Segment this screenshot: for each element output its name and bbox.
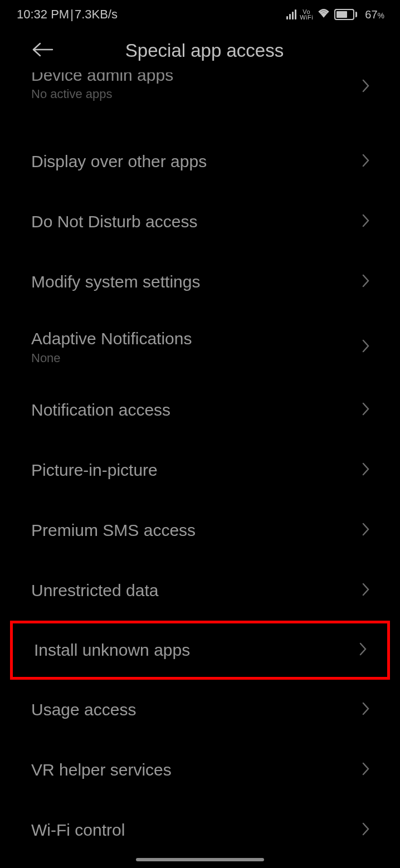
signal-icon xyxy=(286,9,296,19)
chevron-right-icon xyxy=(362,79,370,95)
chevron-right-icon xyxy=(362,339,370,355)
item-title: Premium SMS access xyxy=(31,520,351,540)
vowifi-icon: Vo WiFi xyxy=(300,9,313,20)
status-icons: Vo WiFi xyxy=(286,7,357,22)
chevron-right-icon xyxy=(362,822,370,838)
status-right: Vo WiFi 67% xyxy=(286,7,384,22)
chevron-right-icon xyxy=(362,213,370,230)
item-title: Picture-in-picture xyxy=(31,460,351,480)
list-item-premium-sms-access[interactable]: Premium SMS access xyxy=(0,500,400,560)
item-title: Device admin apps xyxy=(31,72,351,84)
status-netspeed: 7.3KB/s xyxy=(75,7,118,22)
item-title: VR helper services xyxy=(31,760,351,780)
list-item-picture-in-picture[interactable]: Picture-in-picture xyxy=(0,440,400,500)
wifi-icon xyxy=(316,7,331,22)
status-left: 10:32 PM | 7.3KB/s xyxy=(17,7,118,22)
chevron-right-icon xyxy=(362,701,370,718)
battery-icon xyxy=(334,9,357,20)
settings-list: Display over other appsDo Not Disturb ac… xyxy=(0,131,400,860)
item-title: Unrestricted data xyxy=(31,581,351,601)
list-item-display-over-other-apps[interactable]: Display over other apps xyxy=(0,131,400,192)
list-item-device-admin[interactable]: Device admin apps No active apps xyxy=(0,72,400,101)
status-time: 10:32 PM xyxy=(17,7,69,22)
chevron-right-icon xyxy=(362,462,370,479)
item-title: Modify system settings xyxy=(31,272,351,292)
page-title: Special app access xyxy=(37,40,372,61)
chevron-right-icon xyxy=(362,274,370,290)
item-title: Display over other apps xyxy=(31,152,351,172)
list-item-install-unknown-apps[interactable]: Install unknown apps xyxy=(13,623,387,677)
app-header: Special app access xyxy=(0,27,400,72)
item-title: Wi-Fi control xyxy=(31,820,351,840)
battery-percent: 67% xyxy=(365,8,384,21)
item-title: Install unknown apps xyxy=(34,640,348,660)
list-item-vr-helper-services[interactable]: VR helper services xyxy=(0,740,400,800)
list-item-do-not-disturb-access[interactable]: Do Not Disturb access xyxy=(0,192,400,252)
list-item-usage-access[interactable]: Usage access xyxy=(0,680,400,740)
item-subtitle: No active apps xyxy=(31,87,351,101)
list-item-modify-system-settings[interactable]: Modify system settings xyxy=(0,252,400,312)
item-title: Usage access xyxy=(31,700,351,720)
highlight-box: Install unknown apps xyxy=(10,621,390,680)
item-subtitle: None xyxy=(31,351,351,365)
chevron-right-icon xyxy=(362,762,370,778)
list-item-adaptive-notifications[interactable]: Adaptive NotificationsNone xyxy=(0,312,400,380)
chevron-right-icon xyxy=(362,153,370,170)
navigation-handle[interactable] xyxy=(136,858,264,861)
status-bar: 10:32 PM | 7.3KB/s Vo WiFi xyxy=(0,0,400,27)
chevron-right-icon xyxy=(362,402,370,418)
list-item-wi-fi-control[interactable]: Wi-Fi control xyxy=(0,800,400,860)
chevron-right-icon xyxy=(359,642,367,659)
item-title: Do Not Disturb access xyxy=(31,212,351,232)
item-title: Notification access xyxy=(31,400,351,420)
item-title: Adaptive Notifications xyxy=(31,329,351,349)
chevron-right-icon xyxy=(362,582,370,599)
status-separator: | xyxy=(70,7,74,22)
chevron-right-icon xyxy=(362,522,370,539)
list-item-unrestricted-data[interactable]: Unrestricted data xyxy=(0,560,400,621)
list-item-notification-access[interactable]: Notification access xyxy=(0,380,400,440)
